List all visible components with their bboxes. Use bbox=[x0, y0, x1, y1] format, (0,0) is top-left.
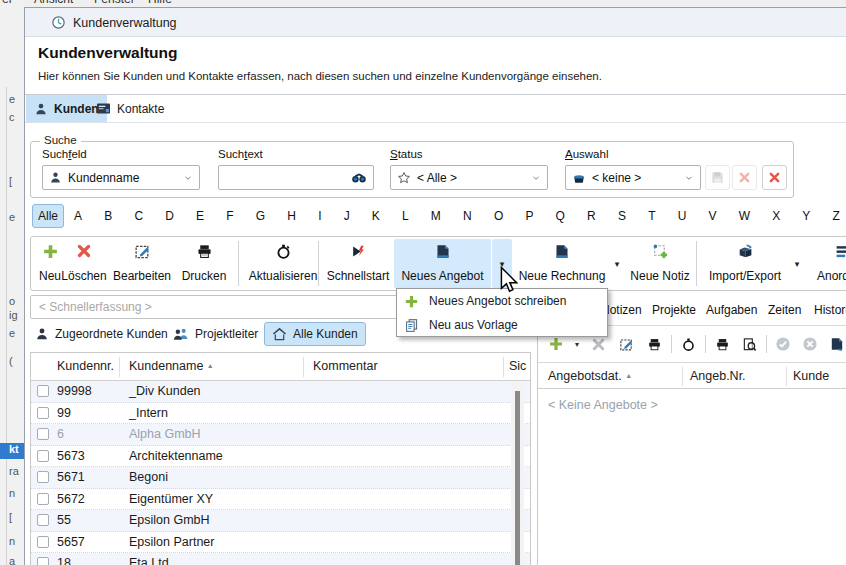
tab-alle-kunden-label: Alle Kunden bbox=[293, 327, 358, 341]
table-vertical-scrollbar[interactable] bbox=[511, 381, 524, 565]
alphabet-letter-S[interactable]: S bbox=[616, 207, 628, 225]
print-preview-button[interactable] bbox=[739, 334, 759, 354]
schnellstart-button[interactable]: Schnellstart bbox=[324, 239, 392, 288]
edit-offer-button[interactable] bbox=[616, 334, 636, 354]
right-tab-zeiten[interactable]: Zeiten bbox=[768, 303, 801, 317]
right-tab-historie[interactable]: Historie bbox=[814, 303, 846, 317]
alphabet-letter-W[interactable]: W bbox=[737, 207, 752, 225]
alphabet-letter-H[interactable]: H bbox=[285, 207, 298, 225]
alphabet-letter-A[interactable]: A bbox=[72, 207, 84, 225]
neue-rechnung-dropdown-button[interactable]: ▾ bbox=[608, 239, 626, 288]
alphabet-letter-X[interactable]: X bbox=[770, 207, 782, 225]
loeschen-button[interactable]: Löschen bbox=[60, 239, 108, 288]
add-offer-button[interactable] bbox=[546, 334, 566, 354]
col-kundennr[interactable]: Kundennr. bbox=[57, 359, 114, 373]
approve-offer-button[interactable] bbox=[773, 334, 793, 354]
neue-notiz-button[interactable]: Neue Notiz bbox=[628, 239, 692, 288]
clock-icon bbox=[51, 15, 66, 30]
row-checkbox[interactable] bbox=[37, 450, 49, 462]
auswahl-combobox[interactable]: < keine > bbox=[565, 165, 701, 190]
col-partial[interactable]: Sic bbox=[509, 359, 526, 373]
tab-projektleiter[interactable]: Projektleiter bbox=[166, 322, 265, 346]
reject-offer-button[interactable] bbox=[800, 334, 820, 354]
alphabet-letter-J[interactable]: J bbox=[342, 207, 352, 225]
alphabet-letter-N[interactable]: N bbox=[461, 207, 474, 225]
alphabet-letter-P[interactable]: P bbox=[523, 207, 535, 225]
alphabet-letter-M[interactable]: M bbox=[429, 207, 443, 225]
save-selection-button[interactable] bbox=[705, 165, 730, 190]
col-kundenname[interactable]: Kundenname ▲ bbox=[129, 359, 214, 373]
import-export-dropdown-button[interactable]: ▾ bbox=[788, 239, 806, 288]
tab-kontakte[interactable]: Kontakte bbox=[88, 95, 172, 122]
row-checkbox[interactable] bbox=[37, 385, 49, 397]
row-checkbox[interactable] bbox=[37, 493, 49, 505]
alphabet-letter-D[interactable]: D bbox=[163, 207, 176, 225]
alphabet-letter-L[interactable]: L bbox=[400, 207, 411, 225]
play-bolt-icon bbox=[350, 243, 367, 260]
table-row[interactable]: 55Epsilon GmbH bbox=[31, 510, 530, 532]
bearbeiten-button[interactable]: Bearbeiten bbox=[110, 239, 174, 288]
right-tab-aufgaben[interactable]: Aufgaben bbox=[706, 303, 757, 317]
col-kunde[interactable]: Kunde bbox=[793, 369, 829, 383]
row-checkbox[interactable] bbox=[37, 471, 49, 483]
alphabet-letter-Y[interactable]: Y bbox=[800, 207, 812, 225]
alphabet-letter-O[interactable]: O bbox=[492, 207, 505, 225]
table-row[interactable]: 5657Epsilon Partner bbox=[31, 532, 530, 554]
alphabet-letter-Z[interactable]: Z bbox=[831, 207, 842, 225]
alphabet-letter-R[interactable]: R bbox=[585, 207, 598, 225]
row-checkbox[interactable] bbox=[37, 407, 49, 419]
table-row[interactable]: 18Eta Ltd. bbox=[31, 553, 530, 565]
contact-card-icon bbox=[96, 102, 111, 115]
alphabet-letter-K[interactable]: K bbox=[370, 207, 382, 225]
menu-item-neu-aus-vorlage[interactable]: Neu aus Vorlage bbox=[397, 313, 607, 337]
row-checkbox[interactable] bbox=[37, 557, 49, 565]
status-combobox[interactable]: < Alle > bbox=[390, 165, 548, 190]
right-tab-projekte[interactable]: Projekte bbox=[652, 303, 696, 317]
alphabet-letter-E[interactable]: E bbox=[194, 207, 206, 225]
row-checkbox[interactable] bbox=[37, 536, 49, 548]
alphabet-letter-T[interactable]: T bbox=[646, 207, 657, 225]
alphabet-letter-I[interactable]: I bbox=[316, 207, 323, 225]
alphabet-letter-C[interactable]: C bbox=[132, 207, 145, 225]
table-row[interactable]: 5673Architektenname bbox=[31, 446, 530, 468]
table-row[interactable]: 5672Eigentümer XY bbox=[31, 489, 530, 511]
neues-angebot-button[interactable]: Neues Angebot bbox=[394, 239, 491, 288]
table-row[interactable]: 99998_Div Kunden bbox=[31, 381, 530, 403]
table-row[interactable]: 5671Begoni bbox=[31, 467, 530, 489]
tab-alle-kunden[interactable]: Alle Kunden bbox=[264, 322, 366, 346]
col-angebotsdatum[interactable]: Angebotsdat. ▲ bbox=[548, 369, 632, 383]
add-offer-dropdown-button[interactable]: ▾ bbox=[570, 334, 584, 354]
col-angebotsnr[interactable]: Angeb.Nr. bbox=[690, 369, 746, 383]
alphabet-letter-V[interactable]: V bbox=[706, 207, 718, 225]
aktualisieren-button[interactable]: Aktualisieren bbox=[244, 239, 322, 288]
table-row[interactable]: 6Alpha GmbH bbox=[31, 424, 530, 446]
row-checkbox[interactable] bbox=[37, 428, 49, 440]
neue-rechnung-button[interactable]: Neue Rechnung bbox=[518, 239, 606, 288]
alphabet-letter-F[interactable]: F bbox=[224, 207, 235, 225]
alphabet-letter-G[interactable]: G bbox=[254, 207, 267, 225]
tab-kundenverwaltung[interactable]: Kundenverwaltung bbox=[37, 8, 191, 37]
alphabet-letter-Q[interactable]: Q bbox=[554, 207, 567, 225]
alphabet-filter-alle[interactable]: Alle bbox=[32, 204, 64, 228]
refresh-offers-button[interactable] bbox=[678, 334, 698, 354]
col-kommentar[interactable]: Kommentar bbox=[313, 359, 378, 373]
tab-zugeordnete-kunden[interactable]: Zugeordnete Kunden bbox=[28, 322, 175, 346]
delete-selection-button[interactable] bbox=[732, 165, 757, 190]
drucken-label: Drucken bbox=[182, 269, 227, 283]
anordnen-button[interactable]: Anordnen bbox=[808, 239, 846, 288]
binoculars-icon[interactable] bbox=[351, 171, 367, 184]
suchfeld-combobox[interactable]: Kundenname bbox=[42, 165, 200, 190]
print-list-button[interactable] bbox=[712, 334, 732, 354]
row-checkbox[interactable] bbox=[37, 514, 49, 526]
import-export-button[interactable]: Import/Export bbox=[704, 239, 786, 288]
print-offer-button[interactable] bbox=[644, 334, 664, 354]
suchtext-input[interactable] bbox=[218, 165, 374, 190]
table-row[interactable]: 99_Intern bbox=[31, 403, 530, 425]
clear-search-button[interactable] bbox=[762, 165, 787, 190]
alphabet-letter-B[interactable]: B bbox=[102, 207, 114, 225]
drucken-button[interactable]: Drucken bbox=[178, 239, 230, 288]
scrollbar-thumb[interactable] bbox=[515, 391, 520, 565]
export-offer-button[interactable] bbox=[827, 334, 846, 354]
delete-offer-button[interactable] bbox=[588, 334, 608, 354]
alphabet-letter-U[interactable]: U bbox=[676, 207, 689, 225]
